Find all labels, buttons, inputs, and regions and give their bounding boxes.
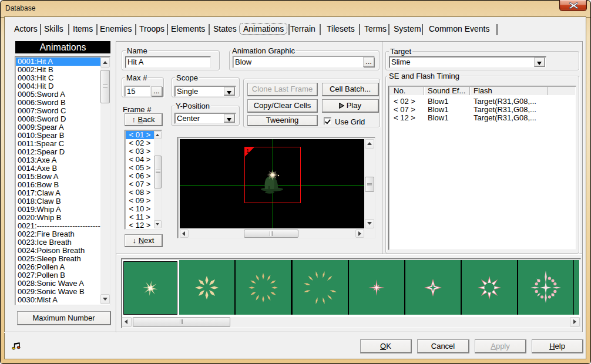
svg-text:1: 1 bbox=[246, 148, 249, 154]
